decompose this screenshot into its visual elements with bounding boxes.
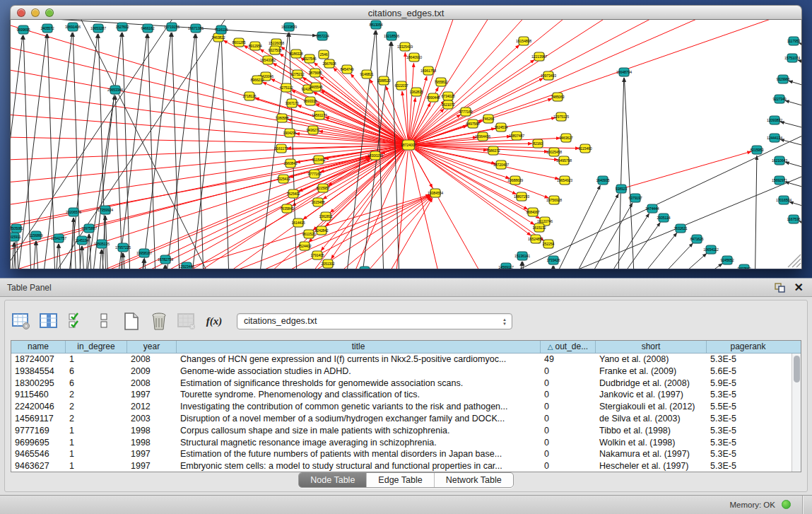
network-node[interactable]: 4275112: [280, 83, 293, 93]
network-node[interactable]: 9684067: [526, 208, 539, 217]
table-cell-name[interactable]: 9115460: [11, 389, 66, 401]
table-cell-short[interactable]: Jankovic et al. (1997): [596, 389, 707, 401]
network-node[interactable]: 16782759: [158, 255, 173, 264]
network-node[interactable]: 9493562: [737, 264, 751, 269]
network-edge[interactable]: [408, 20, 760, 145]
table-cell-short[interactable]: Franke et al. (2009): [596, 366, 707, 378]
column-header-in_degree[interactable]: in_degree: [66, 341, 127, 353]
float-panel-icon[interactable]: [775, 283, 785, 293]
table-cell-short[interactable]: Tibbo et al. (1998): [596, 425, 707, 437]
network-node[interactable]: 6322037: [394, 81, 408, 90]
network-node[interactable]: 9463627: [559, 134, 572, 143]
network-node[interactable]: 12975125: [553, 112, 569, 122]
network-node[interactable]: 3624534: [494, 123, 507, 132]
network-node[interactable]: 19218506: [384, 32, 399, 41]
table-cell-name[interactable]: 9777169: [11, 425, 66, 437]
network-node[interactable]: 1640935: [596, 176, 609, 185]
table-row[interactable]: 1872400712008Changes of HCN gene express…: [11, 354, 792, 366]
table-cell-year[interactable]: 2003: [127, 413, 177, 425]
network-node[interactable]: 1615488: [311, 198, 324, 207]
table-cell-in_degree[interactable]: 2: [66, 401, 127, 413]
table-cell-in_degree[interactable]: 1: [66, 354, 127, 366]
unselect-all-icon[interactable]: [93, 310, 114, 332]
memory-ok-icon[interactable]: [782, 500, 791, 509]
table-selector-dropdown[interactable]: citations_edges.txt ▲▼: [237, 313, 512, 329]
table-cell-year[interactable]: 1998: [127, 437, 177, 449]
table-cell-name[interactable]: 22420046: [11, 401, 66, 413]
network-node[interactable]: 9465546: [309, 83, 322, 92]
table-cell-title[interactable]: Investigating the contribution of common…: [177, 401, 541, 413]
network-node[interactable]: 1275212: [290, 70, 304, 79]
network-node[interactable]: 1362815: [409, 88, 423, 97]
table-row[interactable]: 946362711997Embryonic stem cells: a mode…: [11, 460, 792, 472]
network-node[interactable]: 7485063: [551, 93, 564, 102]
network-node[interactable]: 9693315: [303, 97, 317, 106]
network-edge[interactable]: [780, 122, 801, 139]
network-node[interactable]: 16495798: [556, 156, 572, 165]
network-node[interactable]: 10688639: [507, 176, 523, 185]
network-edge[interactable]: [35, 20, 244, 269]
table-cell-pagerank[interactable]: 5.3E-5: [707, 354, 789, 366]
table-row[interactable]: 1938455462009Genome-wide association stu…: [11, 366, 792, 378]
table-cell-short[interactable]: Nakamura et al. (1997): [596, 448, 707, 460]
table-cell-out_degree[interactable]: 49: [541, 354, 596, 366]
network-node[interactable]: 10653287: [90, 24, 106, 33]
vertical-scrollbar[interactable]: [792, 354, 801, 472]
network-node[interactable]: 8186328: [289, 49, 302, 59]
tab-node-table[interactable]: Node Table: [299, 473, 367, 487]
network-node[interactable]: 14569117: [498, 263, 514, 269]
network-edge[interactable]: [799, 221, 801, 238]
network-edge[interactable]: [798, 60, 801, 76]
network-edge[interactable]: [11, 145, 408, 186]
network-node[interactable]: 9777169: [459, 107, 472, 117]
network-window-titlebar[interactable]: citations_edges.txt: [10, 5, 802, 20]
network-edge[interactable]: [618, 78, 624, 269]
network-edge[interactable]: [755, 156, 757, 269]
resize-grip-icon[interactable]: [796, 263, 801, 267]
network-node[interactable]: 8601285: [232, 38, 245, 47]
network-edge[interactable]: [82, 246, 86, 269]
network-node[interactable]: 9600115: [358, 267, 372, 269]
delete-column-icon[interactable]: [148, 310, 170, 332]
table-cell-out_degree[interactable]: 0: [541, 437, 596, 449]
network-edge[interactable]: [561, 194, 618, 269]
network-edge[interactable]: [408, 20, 505, 145]
close-panel-icon[interactable]: ✕: [794, 281, 804, 294]
network-node[interactable]: 2935114: [657, 214, 671, 223]
network-node[interactable]: 3915911: [11, 233, 21, 242]
network-node[interactable]: 6734028: [441, 92, 454, 101]
network-edge[interactable]: [554, 266, 557, 269]
network-node[interactable]: 1733426: [546, 256, 560, 265]
network-node[interactable]: 2546: [319, 50, 329, 59]
table-cell-title[interactable]: Changes of HCN gene expression and I(f) …: [177, 354, 541, 366]
network-node[interactable]: 746266: [483, 115, 495, 124]
network-node[interactable]: 20653346: [107, 86, 123, 95]
table-cell-in_degree[interactable]: 2: [66, 389, 127, 401]
network-node[interactable]: 7635843: [280, 204, 293, 214]
network-node[interactable]: 8912954: [248, 42, 261, 51]
network-node[interactable]: 12093832: [767, 116, 782, 125]
table-cell-out_degree[interactable]: 0: [541, 378, 596, 390]
network-node[interactable]: 9115460: [579, 144, 592, 153]
network-node[interactable]: 3067173: [285, 99, 298, 108]
table-cell-in_degree[interactable]: 1: [66, 437, 127, 449]
table-cell-year[interactable]: 2008: [127, 354, 177, 366]
network-node[interactable]: 18724007: [401, 140, 416, 151]
table-cell-pagerank[interactable]: 5.9E-5: [707, 378, 789, 390]
table-cell-title[interactable]: Disruption of a novel member of a sodium…: [177, 413, 541, 425]
network-node[interactable]: 30691406: [65, 23, 81, 32]
network-node[interactable]: 9777163: [307, 170, 321, 179]
table-cell-in_degree[interactable]: 6: [66, 366, 127, 378]
network-node[interactable]: 7986372: [486, 146, 500, 156]
network-node[interactable]: 14561177: [312, 111, 327, 120]
network-node[interactable]: 1145194: [76, 236, 89, 245]
column-header-out_degree[interactable]: △out_de...: [541, 341, 596, 353]
network-node[interactable]: 19654923: [557, 176, 572, 185]
table-cell-short[interactable]: Wolkin et al. (1998): [596, 437, 707, 449]
table-cell-out_degree[interactable]: 0: [541, 448, 596, 460]
table-cell-name[interactable]: 18724007: [11, 354, 66, 366]
network-node[interactable]: 1615132: [532, 223, 546, 233]
network-node[interactable]: 1614415: [291, 218, 305, 228]
network-node[interactable]: 7524402: [298, 242, 311, 251]
network-node[interactable]: 15751074: [784, 54, 800, 63]
